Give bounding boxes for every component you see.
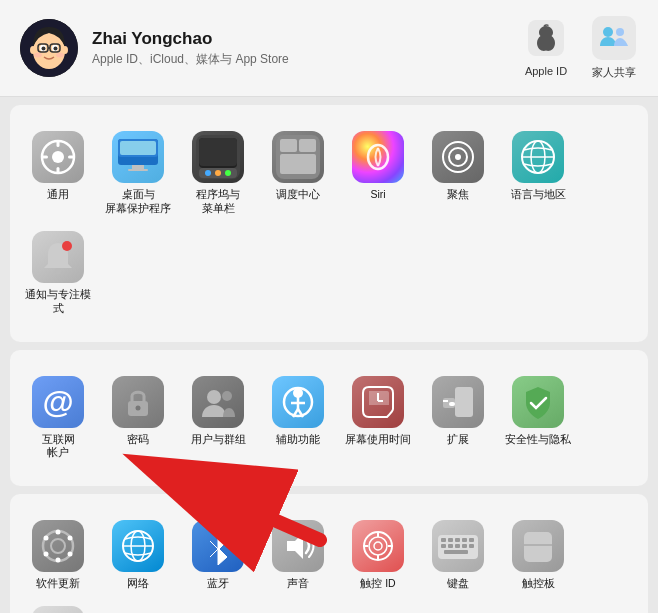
internet-label: 互联网帐户 [42,433,75,460]
lang-label: 语言与地区 [511,188,566,202]
grid-item-touchid[interactable]: 触控 ID [338,512,418,599]
siri-label: Siri [370,188,385,202]
grid-item-security[interactable]: 安全性与隐私 [498,368,578,468]
touchid-label: 触控 ID [360,577,395,591]
svg-point-42 [455,154,461,160]
desktop-icon [112,131,164,183]
content-area: 通用 桌面与屏幕保护程序 程序坞与菜单栏 调度中心 [0,97,658,613]
grid-item-sound[interactable]: 声音 [258,512,338,599]
users-label: 用户与群组 [191,433,246,447]
dock-icon [192,131,244,183]
password-label: 密码 [127,433,149,447]
svg-marker-75 [287,533,303,559]
grid-item-dock[interactable]: 程序坞与菜单栏 [178,123,258,223]
svg-point-68 [68,551,73,556]
extensions-icon [432,376,484,428]
grid-item-software[interactable]: 软件更新 [18,512,98,599]
grid-item-access[interactable]: 辅助功能 [258,368,338,468]
internet-icon: @ [32,376,84,428]
notif-icon [32,231,84,283]
grid-item-mission[interactable]: 调度中心 [258,123,338,223]
svg-point-46 [55,268,61,274]
grid-item-users[interactable]: 用户与群组 [178,368,258,468]
desktop-label: 桌面与屏幕保护程序 [105,188,171,215]
svg-rect-14 [592,16,636,60]
sound-icon [272,520,324,572]
grid-item-password[interactable]: 密码 [98,368,178,468]
svg-rect-91 [524,532,552,562]
grid-item-extensions[interactable]: 扩展 [418,368,498,468]
svg-rect-87 [455,544,460,548]
svg-rect-22 [68,156,74,159]
svg-rect-81 [448,538,453,542]
svg-rect-38 [280,154,316,174]
svg-rect-62 [455,387,473,417]
grid-item-trackpad[interactable]: 触控板 [498,512,578,599]
screentime-label: 屏幕使用时间 [345,433,411,447]
svg-rect-26 [132,165,144,169]
svg-point-51 [207,390,221,404]
keyboard-label: 键盘 [447,577,469,591]
svg-point-47 [62,241,72,251]
svg-rect-20 [57,167,60,173]
software-label: 软件更新 [36,577,80,591]
avatar[interactable] [20,19,78,77]
svg-point-5 [54,47,58,51]
svg-point-78 [374,542,382,550]
svg-point-33 [215,170,221,176]
svg-point-34 [225,170,231,176]
grid-item-network[interactable]: 网络 [98,512,178,599]
svg-rect-30 [199,138,237,166]
access-label: 辅助功能 [276,433,320,447]
siri-icon [352,131,404,183]
focus-icon [432,131,484,183]
family-sharing-icon [592,16,636,60]
password-icon [112,376,164,428]
svg-point-77 [369,537,387,555]
grid-item-mouse[interactable]: 鼠标 [18,598,98,613]
svg-point-70 [44,551,49,556]
security-icon [512,376,564,428]
grid-item-bluetooth[interactable]: 蓝牙 [178,512,258,599]
svg-point-71 [44,535,49,540]
bluetooth-icon [192,520,244,572]
network-label: 网络 [127,577,149,591]
svg-point-32 [205,170,211,176]
grid-item-focus[interactable]: 聚焦 [418,123,498,223]
keyboard-icon [432,520,484,572]
header: Zhai Yongchao Apple ID、iCloud、媒体与 App St… [0,0,658,97]
touchid-icon [352,520,404,572]
network-icon [112,520,164,572]
svg-point-9 [34,53,42,58]
trackpad-label: 触控板 [522,577,555,591]
svg-point-18 [52,151,64,163]
apple-id-icon [524,16,568,60]
grid-item-internet[interactable]: @ 互联网帐户 [18,368,98,468]
svg-rect-88 [462,544,467,548]
svg-point-50 [136,405,141,410]
grid-item-notif[interactable]: 通知与专注模式 [18,223,98,323]
grid-item-screentime[interactable]: 屏幕使用时间 [338,368,418,468]
svg-point-16 [616,28,624,36]
svg-rect-63 [449,402,455,406]
user-name: Zhai Yongchao [92,29,522,49]
section-1: 通用 桌面与屏幕保护程序 程序坞与菜单栏 调度中心 [10,105,648,342]
mission-icon [272,131,324,183]
family-sharing-button[interactable]: 家人共享 [590,16,638,80]
svg-rect-82 [455,538,460,542]
grid-item-keyboard[interactable]: 键盘 [418,512,498,599]
grid-item-desktop[interactable]: 桌面与屏幕保护程序 [98,123,178,223]
mouse-icon [32,606,84,613]
svg-rect-25 [120,141,156,155]
grid-item-lang[interactable]: 语言与地区 [498,123,578,223]
header-actions: Apple ID 家人共享 [522,16,638,80]
svg-rect-90 [444,550,468,554]
svg-point-12 [62,46,68,54]
grid-item-siri[interactable]: Siri [338,123,418,223]
users-icon [192,376,244,428]
section-2: @ 互联网帐户 密码 用户与群组 [10,350,648,486]
dock-label: 程序坞与菜单栏 [196,188,240,215]
svg-point-15 [603,27,613,37]
apple-id-button[interactable]: Apple ID [522,16,570,77]
grid-item-general[interactable]: 通用 [18,123,98,223]
